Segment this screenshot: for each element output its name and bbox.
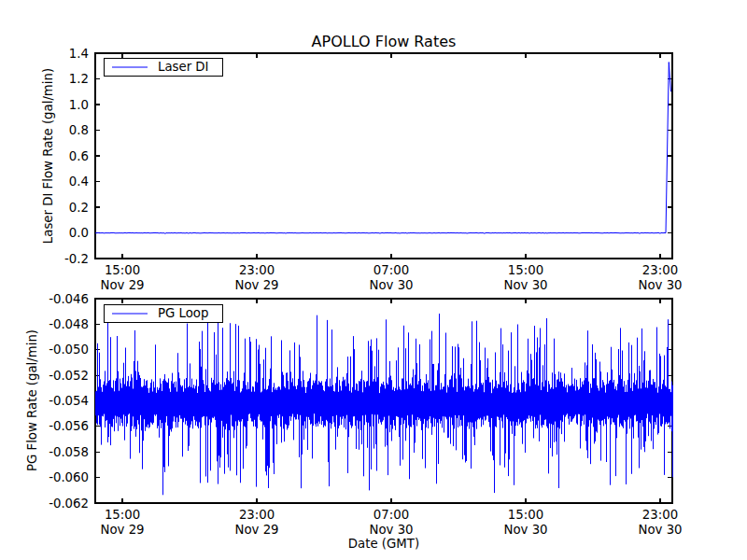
x-axis-label: Date (GMT) xyxy=(104,537,664,551)
plots-canvas: -0.20.00.20.40.60.81.01.21.415:00Nov 292… xyxy=(0,0,747,560)
laser_di-x-tick-label-time: 23:00 xyxy=(239,263,275,277)
laser_di-y-tick-label: 0.0 xyxy=(69,226,89,240)
laser_di-y-tick-label: 1.0 xyxy=(69,98,89,112)
laser_di-x-tick-label-time: 07:00 xyxy=(374,263,409,277)
pg_loop-y-tick-label: -0.052 xyxy=(49,369,89,383)
pg_loop-y-tick-label: -0.060 xyxy=(49,470,89,484)
pg-loop-legend-label: PG Loop xyxy=(158,305,208,322)
pg-loop-legend: PG Loop xyxy=(104,304,223,323)
laser_di-x-tick-label-time: 15:00 xyxy=(508,263,543,277)
pg-y-axis-label: PG Flow Rate (gal/min) xyxy=(25,329,39,471)
pg_loop-y-tick-label: -0.054 xyxy=(49,394,89,408)
pg_loop-y-tick-label: -0.048 xyxy=(49,317,89,331)
laser_di-x-tick-label-date: Nov 30 xyxy=(503,278,547,292)
laser-di-legend: Laser DI xyxy=(104,58,223,77)
pg_loop-x-tick-label-time: 15:00 xyxy=(508,508,543,522)
pg_loop-y-tick-label: -0.056 xyxy=(49,419,89,433)
laser_di-y-tick-label: -0.2 xyxy=(64,252,89,266)
laser_di-y-tick-label: 0.8 xyxy=(69,123,89,137)
pg_loop-y-tick-label: -0.058 xyxy=(49,445,89,459)
pg_loop-x-tick-label-date: Nov 30 xyxy=(638,523,682,537)
laser_di-y-tick-label: 1.4 xyxy=(69,47,89,61)
laser_di-y-tick-label: 0.6 xyxy=(69,149,89,163)
pg_loop-y-tick-label: -0.046 xyxy=(49,292,89,306)
laser-di-legend-label: Laser DI xyxy=(158,59,209,76)
pg_loop-y-tick-label: -0.050 xyxy=(49,343,89,357)
laser_di-y-tick-label: 0.2 xyxy=(69,201,89,215)
pg_loop-x-tick-label-time: 07:00 xyxy=(374,508,409,522)
pg_loop-x-tick-label-date: Nov 29 xyxy=(234,523,278,537)
laser_di-x-tick-label-date: Nov 30 xyxy=(638,278,682,292)
pg_loop-x-tick-label-time: 15:00 xyxy=(105,508,140,522)
pg_loop-x-tick-label-time: 23:00 xyxy=(239,508,275,522)
laser_di-y-tick-label: 1.2 xyxy=(69,72,89,86)
laser_di-series-line xyxy=(95,63,671,234)
laser_di-x-tick-label-time: 23:00 xyxy=(642,263,678,277)
laser_di-x-tick-label-date: Nov 30 xyxy=(369,278,413,292)
pg_loop-x-tick-label-date: Nov 30 xyxy=(503,523,547,537)
chart-title: APOLLO Flow Rates xyxy=(104,33,664,50)
laser_di-x-tick-label-date: Nov 29 xyxy=(100,278,144,292)
laser_di-x-tick-label-time: 15:00 xyxy=(105,263,140,277)
figure-apollo-flow-rates: -0.20.00.20.40.60.81.01.21.415:00Nov 292… xyxy=(0,0,747,560)
pg_loop-x-tick-label-date: Nov 30 xyxy=(369,523,413,537)
laser_di-axes-frame xyxy=(95,53,672,259)
laser_di-x-tick-label-date: Nov 29 xyxy=(234,278,278,292)
laser_di-y-tick-label: 0.4 xyxy=(69,175,89,189)
pg_loop-series-line xyxy=(96,314,673,495)
pg_loop-x-tick-label-date: Nov 29 xyxy=(100,523,144,537)
pg-loop-legend-line-sample xyxy=(112,313,148,315)
laser-di-y-axis-label: Laser DI Flow Rate (gal/min) xyxy=(41,68,55,244)
pg_loop-x-tick-label-time: 23:00 xyxy=(642,508,678,522)
laser-di-legend-line-sample xyxy=(112,66,148,68)
pg_loop-y-tick-label: -0.062 xyxy=(49,497,89,511)
